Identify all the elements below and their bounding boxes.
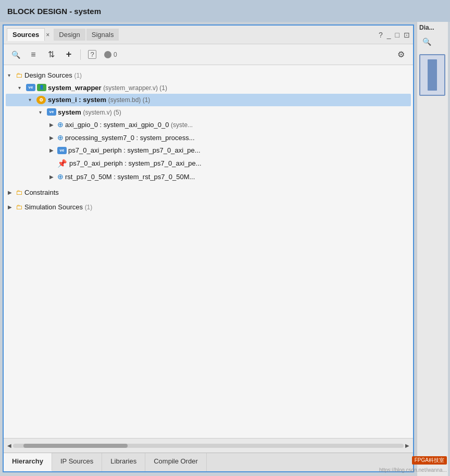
tab-signals[interactable]: Signals bbox=[86, 29, 119, 41]
system-wrapper-item[interactable]: ▾ ve 👤 system_wrapper (system_wrapper.v)… bbox=[6, 82, 411, 94]
expand-arrow-constraints: ▶ bbox=[8, 189, 14, 196]
system-i-item[interactable]: ▾ ⚙ system_i : system (system.bd) (1) bbox=[6, 94, 411, 106]
ve-icon-ps7-axi: ve bbox=[57, 147, 67, 154]
expand-arrow-system-v: ▾ bbox=[39, 108, 45, 116]
right-panel-search-icon[interactable]: 🔍 bbox=[419, 34, 434, 49]
expand-arrow-ps7-axi-ve: ▶ bbox=[49, 146, 56, 154]
rst-ps7-label: rst_ps7_0_50M : system_rst_ps7_0_50M... bbox=[65, 172, 195, 182]
ve-icon-system-v: ve bbox=[47, 108, 56, 116]
right-panel: Dia... 🔍 bbox=[417, 22, 448, 476]
ps7-pin-label: ps7_0_axi_periph : system_ps7_0_axi_pe..… bbox=[69, 158, 202, 169]
tab-hierarchy[interactable]: Hierarchy bbox=[4, 453, 52, 471]
system-v-item[interactable]: ▾ ve system (system.v) (5) bbox=[6, 106, 411, 119]
port-icon-rst: ⊕ bbox=[57, 171, 64, 182]
status-dot bbox=[104, 51, 111, 58]
scroll-right-button[interactable]: ▶ bbox=[404, 443, 411, 448]
expand-arrow-wrapper: ▾ bbox=[18, 84, 24, 92]
expand-arrow-axi-gpio: ▶ bbox=[49, 121, 56, 129]
design-sources-item[interactable]: ▾ 🗀 Design Sources (1) bbox=[6, 69, 411, 82]
expand-button[interactable]: ⇅ bbox=[43, 47, 59, 62]
expand-arrow-ps7: ▶ bbox=[49, 134, 56, 142]
axi-gpio-item[interactable]: ▶ ⊕ axi_gpio_0 : system_axi_gpio_0_0 (sy… bbox=[6, 118, 411, 131]
wrapper-label: system_wrapper (system_wrapper.v) (1) bbox=[48, 83, 167, 93]
axi-gpio-label: axi_gpio_0 : system_axi_gpio_0_0 (syste.… bbox=[65, 120, 193, 130]
collapse-icon: ≡ bbox=[31, 50, 35, 59]
scroll-left-button[interactable]: ◀ bbox=[6, 443, 13, 448]
folder-icon-constraints: 🗀 bbox=[16, 187, 22, 198]
gear-icon: ⚙ bbox=[397, 49, 405, 59]
file-button[interactable]: ? bbox=[84, 47, 100, 62]
scrollbar-area[interactable]: ◀ ▶ bbox=[4, 438, 413, 453]
ps7-label: processing_system7_0 : system_process... bbox=[65, 133, 195, 143]
fpga-badge: FPGA科技室 bbox=[412, 456, 447, 465]
pin-icon-ps7: 📌 bbox=[57, 158, 67, 170]
status-badge: 0 bbox=[104, 51, 117, 58]
status-count: 0 bbox=[114, 51, 117, 58]
watermark: https://blog.csdn.net/wanna... bbox=[379, 467, 447, 473]
add-icon: + bbox=[66, 49, 72, 60]
expand-arrow-rst: ▶ bbox=[49, 173, 56, 181]
main-area: Sources × Design Signals ? _ □ ⊡ 🔍 ≡ ⇅ bbox=[0, 22, 450, 476]
constraints-item[interactable]: ▶ 🗀 Constraints bbox=[6, 186, 411, 199]
processing-system-item[interactable]: ▶ ⊕ processing_system7_0 : system_proces… bbox=[6, 131, 411, 144]
system-v-label: system (system.v) (5) bbox=[58, 107, 121, 118]
design-sources-label: Design Sources (1) bbox=[24, 70, 82, 81]
tab-compile-order[interactable]: Compile Order bbox=[145, 453, 207, 471]
folder-icon-simulation: 🗀 bbox=[16, 202, 22, 212]
minimize-button[interactable]: _ bbox=[387, 31, 391, 39]
ps7-axi-ve-label: ps7_0_axi_periph : system_ps7_0_axi_pe..… bbox=[68, 145, 201, 156]
port-icon-ps7: ⊕ bbox=[57, 132, 64, 143]
rst-ps7-item[interactable]: ▶ ⊕ rst_ps7_0_50M : system_rst_ps7_0_50M… bbox=[6, 170, 411, 183]
maximize-button[interactable]: □ bbox=[395, 31, 399, 39]
simulation-sources-item[interactable]: ▶ 🗀 Simulation Sources (1) bbox=[6, 201, 411, 214]
ps7-axi-periph-ve-item[interactable]: ▶ ve ps7_0_axi_periph : system_ps7_0_axi… bbox=[6, 144, 411, 157]
help-button[interactable]: ? bbox=[379, 31, 383, 39]
scroll-thumb[interactable] bbox=[23, 444, 128, 448]
sources-panel: Sources × Design Signals ? _ □ ⊡ 🔍 ≡ ⇅ bbox=[3, 24, 414, 472]
expand-arrow-design-sources: ▾ bbox=[8, 71, 14, 79]
app-title: BLOCK DESIGN - system bbox=[7, 7, 101, 16]
ve-icon-wrapper: ve bbox=[26, 84, 35, 91]
constraints-label: Constraints bbox=[24, 187, 59, 198]
right-panel-title: Dia... bbox=[419, 24, 446, 31]
folder-icon-design-sources: 🗀 bbox=[16, 70, 22, 81]
scroll-track[interactable] bbox=[13, 444, 404, 448]
search-button[interactable]: 🔍 bbox=[8, 47, 23, 62]
right-panel-diagram-inner bbox=[428, 59, 437, 91]
people-icon-wrapper: 👤 bbox=[37, 84, 46, 91]
right-panel-diagram-box bbox=[419, 54, 445, 96]
tab-ip-sources[interactable]: IP Sources bbox=[52, 453, 102, 471]
tab-design[interactable]: Design bbox=[54, 29, 85, 41]
search-icon: 🔍 bbox=[11, 51, 20, 59]
bottom-tabs: Hierarchy IP Sources Libraries Compile O… bbox=[4, 453, 413, 471]
settings-button[interactable]: ⚙ bbox=[393, 47, 409, 62]
bd-icon-system-i: ⚙ bbox=[36, 96, 46, 104]
expand-arrow-system-i: ▾ bbox=[29, 96, 35, 104]
panel-header: Sources × Design Signals ? _ □ ⊡ bbox=[4, 26, 413, 44]
port-icon-axi-gpio: ⊕ bbox=[57, 119, 64, 130]
ps7-axi-periph-pin-item[interactable]: ▶ 📌 ps7_0_axi_periph : system_ps7_0_axi_… bbox=[6, 157, 411, 171]
expand-arrow-simulation: ▶ bbox=[8, 203, 14, 211]
tab-sources[interactable]: Sources bbox=[7, 28, 45, 41]
collapse-all-button[interactable]: ≡ bbox=[26, 47, 41, 62]
toolbar: 🔍 ≡ ⇅ + ? 0 ⚙ bbox=[4, 44, 413, 65]
simulation-label: Simulation Sources (1) bbox=[24, 202, 92, 212]
toolbar-separator-1 bbox=[80, 49, 81, 60]
header-icons: ? _ □ ⊡ bbox=[379, 31, 410, 39]
top-bar: BLOCK DESIGN - system bbox=[0, 0, 450, 22]
tree-content[interactable]: ▾ 🗀 Design Sources (1) ▾ ve 👤 system_wra… bbox=[4, 65, 413, 438]
popout-button[interactable]: ⊡ bbox=[404, 31, 410, 39]
file-icon: ? bbox=[88, 50, 96, 59]
system-i-label: system_i : system (system.bd) (1) bbox=[48, 95, 150, 105]
tab-libraries[interactable]: Libraries bbox=[102, 453, 145, 471]
close-sources-button[interactable]: × bbox=[46, 31, 49, 39]
expand-icon: ⇅ bbox=[48, 49, 55, 59]
add-button[interactable]: + bbox=[61, 47, 77, 62]
